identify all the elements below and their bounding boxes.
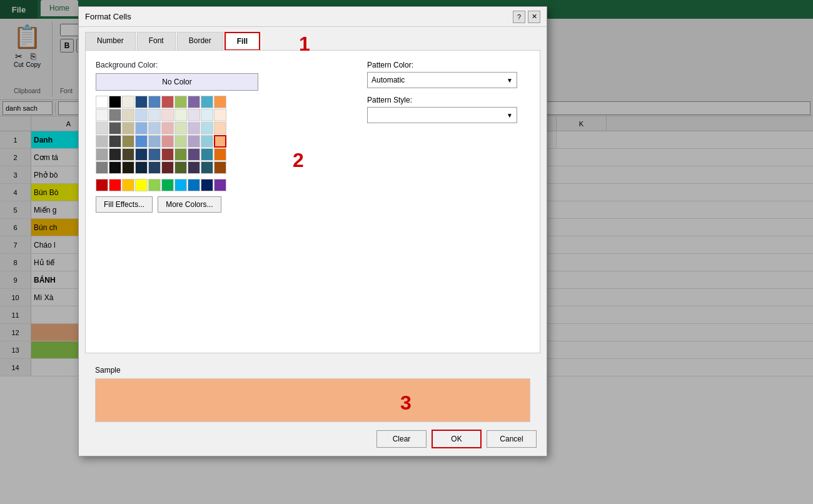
color-cell[interactable] — [201, 148, 213, 161]
color-cell[interactable] — [214, 122, 226, 134]
color-cell[interactable] — [135, 135, 148, 148]
tab-number[interactable]: Number — [85, 32, 136, 50]
dropdown-arrow-icon: ▼ — [507, 77, 513, 84]
color-cell[interactable] — [174, 135, 187, 148]
color-cell[interactable] — [109, 161, 121, 174]
color-navyblue[interactable] — [201, 179, 213, 191]
color-darkblue[interactable] — [135, 96, 148, 108]
color-cell[interactable] — [96, 122, 108, 134]
color-cell[interactable] — [96, 148, 108, 161]
color-cell[interactable] — [135, 161, 148, 174]
color-cell[interactable] — [161, 148, 174, 161]
ok-button[interactable]: OK — [432, 430, 482, 448]
color-cell[interactable] — [96, 135, 108, 148]
color-cell[interactable] — [201, 161, 213, 174]
color-cell[interactable] — [174, 148, 187, 161]
close-button[interactable]: ✕ — [528, 11, 540, 23]
color-amber[interactable] — [122, 179, 134, 191]
dialog-body: Background Color: No Color — [85, 50, 540, 353]
color-cell[interactable] — [161, 135, 174, 148]
color-cell[interactable] — [109, 109, 121, 121]
color-cell[interactable] — [135, 148, 148, 161]
color-cell[interactable] — [135, 122, 148, 134]
selected-color-cell[interactable] — [214, 135, 226, 148]
left-panel: Background Color: No Color — [96, 61, 355, 343]
color-cell[interactable] — [148, 109, 161, 121]
color-red[interactable] — [161, 96, 174, 108]
color-green[interactable] — [174, 96, 187, 108]
dialog-footer: Clear OK Cancel — [79, 422, 547, 456]
color-cell[interactable] — [188, 122, 200, 134]
color-lightblue[interactable] — [174, 179, 187, 191]
no-color-button[interactable]: No Color — [96, 73, 258, 91]
color-white[interactable] — [96, 96, 108, 108]
color-cell[interactable] — [109, 148, 121, 161]
tab-font[interactable]: Font — [137, 32, 176, 50]
color-cell[interactable] — [214, 109, 226, 121]
color-cell[interactable] — [201, 109, 213, 121]
color-darkred[interactable] — [96, 179, 108, 191]
color-cell[interactable] — [201, 122, 213, 134]
color-violet[interactable] — [214, 179, 226, 191]
color-medblue[interactable] — [188, 179, 200, 191]
color-cell[interactable] — [174, 122, 187, 134]
color-cell[interactable] — [96, 109, 108, 121]
dialog-controls: ? ✕ — [513, 11, 540, 23]
color-cell[interactable] — [122, 122, 134, 134]
color-cell[interactable] — [148, 148, 161, 161]
clear-button[interactable]: Clear — [376, 430, 427, 448]
dialog-tab-bar: Number Font Border Fill — [79, 27, 547, 50]
color-cell[interactable] — [188, 109, 200, 121]
color-cell[interactable] — [96, 161, 108, 174]
tab-border[interactable]: Border — [177, 32, 223, 50]
color-black[interactable] — [109, 96, 121, 108]
color-row-4 — [96, 135, 355, 148]
color-gap — [96, 174, 355, 178]
color-cyan[interactable] — [201, 96, 213, 108]
pattern-color-label: Pattern Color: — [367, 61, 530, 69]
color-blue[interactable] — [148, 96, 161, 108]
fill-effects-button[interactable]: Fill Effects... — [96, 196, 153, 213]
color-cream[interactable] — [122, 96, 134, 108]
dialog-title: Format Cells — [85, 12, 131, 21]
color-cell[interactable] — [148, 135, 161, 148]
background-color-label: Background Color: — [96, 61, 355, 69]
color-cell[interactable] — [135, 109, 148, 121]
color-cell[interactable] — [201, 135, 213, 148]
color-cell[interactable] — [122, 109, 134, 121]
color-cell[interactable] — [148, 122, 161, 134]
more-colors-button[interactable]: More Colors... — [158, 196, 221, 213]
color-cell[interactable] — [161, 161, 174, 174]
color-row-2 — [96, 109, 355, 121]
color-row-1 — [96, 96, 355, 108]
color-cell[interactable] — [188, 148, 200, 161]
color-lime[interactable] — [148, 179, 161, 191]
sample-section: Sample — [79, 360, 547, 422]
color-brightred[interactable] — [109, 179, 121, 191]
pattern-color-dropdown[interactable]: Automatic ▼ — [367, 72, 517, 88]
color-cell[interactable] — [161, 122, 174, 134]
pattern-style-dropdown[interactable]: ▼ — [367, 107, 517, 123]
color-orange[interactable] — [214, 96, 226, 108]
color-green2[interactable] — [161, 179, 174, 191]
color-cell[interactable] — [109, 135, 121, 148]
color-cell[interactable] — [122, 148, 134, 161]
sample-preview — [95, 378, 530, 422]
color-cell[interactable] — [174, 109, 187, 121]
color-purple[interactable] — [188, 96, 200, 108]
color-cell[interactable] — [122, 135, 134, 148]
pattern-style-arrow-icon: ▼ — [507, 112, 513, 119]
tab-fill[interactable]: Fill — [225, 32, 260, 51]
color-cell[interactable] — [148, 161, 161, 174]
cancel-button[interactable]: Cancel — [487, 430, 537, 448]
color-cell[interactable] — [161, 109, 174, 121]
color-cell[interactable] — [174, 161, 187, 174]
color-cell[interactable] — [122, 161, 134, 174]
color-cell[interactable] — [214, 161, 226, 174]
color-cell[interactable] — [109, 122, 121, 134]
color-yellow[interactable] — [135, 179, 148, 191]
color-cell[interactable] — [214, 148, 226, 161]
help-button[interactable]: ? — [513, 11, 525, 23]
color-cell[interactable] — [188, 135, 200, 148]
color-cell[interactable] — [188, 161, 200, 174]
